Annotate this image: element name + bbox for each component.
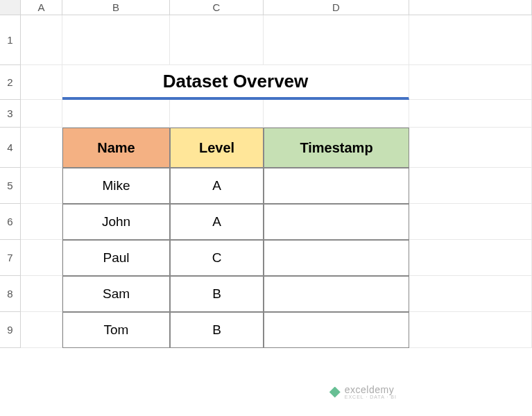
- cell-E4[interactable]: [409, 128, 532, 168]
- col-header-E[interactable]: [409, 0, 532, 15]
- row-header-8[interactable]: 8: [0, 276, 21, 312]
- row-header-7[interactable]: 7: [0, 240, 21, 276]
- cell-level-4[interactable]: B: [170, 312, 264, 348]
- header-name[interactable]: Name: [62, 128, 170, 168]
- cell-A4[interactable]: [21, 128, 62, 168]
- cell-D1[interactable]: [264, 15, 409, 65]
- cell-timestamp-1[interactable]: [264, 204, 409, 240]
- cell-A8[interactable]: [21, 276, 62, 312]
- cell-E2[interactable]: [409, 65, 532, 100]
- cell-E6[interactable]: [409, 204, 532, 240]
- cell-A1[interactable]: [21, 15, 62, 65]
- row-6: 6 John A: [0, 204, 532, 240]
- row-9: 9 Tom B: [0, 312, 532, 348]
- cell-timestamp-0[interactable]: [264, 168, 409, 204]
- cell-B3[interactable]: [62, 100, 170, 128]
- row-header-2[interactable]: 2: [0, 65, 21, 100]
- row-3: 3: [0, 100, 532, 128]
- cell-B1[interactable]: [62, 15, 170, 65]
- cell-A3[interactable]: [21, 100, 62, 128]
- cell-name-4[interactable]: Tom: [62, 312, 170, 348]
- cell-level-1[interactable]: A: [170, 204, 264, 240]
- cell-level-0[interactable]: A: [170, 168, 264, 204]
- cell-A7[interactable]: [21, 240, 62, 276]
- cell-E9[interactable]: [409, 312, 532, 348]
- row-header-9[interactable]: 9: [0, 312, 21, 348]
- cell-timestamp-4[interactable]: [264, 312, 409, 348]
- cell-D3[interactable]: [264, 100, 409, 128]
- cell-E5[interactable]: [409, 168, 532, 204]
- row-8: 8 Sam B: [0, 276, 532, 312]
- row-5: 5 Mike A: [0, 168, 532, 204]
- row-1: 1: [0, 15, 532, 65]
- cell-timestamp-3[interactable]: [264, 276, 409, 312]
- diamond-icon: [329, 387, 341, 398]
- spreadsheet-grid: A B C D 1 2 Dataset Overvew 3 4 Name Lev…: [0, 0, 532, 416]
- cell-name-1[interactable]: John: [62, 204, 170, 240]
- col-header-A[interactable]: A: [21, 0, 62, 15]
- row-header-4[interactable]: 4: [0, 128, 21, 168]
- cell-name-3[interactable]: Sam: [62, 276, 170, 312]
- row-header-1[interactable]: 1: [0, 15, 21, 65]
- cell-C1[interactable]: [170, 15, 264, 65]
- cell-C3[interactable]: [170, 100, 264, 128]
- row-2: 2 Dataset Overvew: [0, 65, 532, 100]
- row-header-5[interactable]: 5: [0, 168, 21, 204]
- header-timestamp[interactable]: Timestamp: [264, 128, 409, 168]
- watermark-text: exceldemy EXCEL · DATA · BI: [345, 385, 397, 399]
- cell-E8[interactable]: [409, 276, 532, 312]
- cell-level-2[interactable]: C: [170, 240, 264, 276]
- column-header-row: A B C D: [0, 0, 532, 15]
- title-cell[interactable]: Dataset Overvew: [62, 65, 409, 100]
- cell-A2[interactable]: [21, 65, 62, 100]
- cell-E1[interactable]: [409, 15, 532, 65]
- select-all-corner[interactable]: [0, 0, 21, 15]
- cell-E3[interactable]: [409, 100, 532, 128]
- col-header-D[interactable]: D: [264, 0, 409, 15]
- row-7: 7 Paul C: [0, 240, 532, 276]
- col-header-C[interactable]: C: [170, 0, 264, 15]
- row-header-6[interactable]: 6: [0, 204, 21, 240]
- header-level[interactable]: Level: [170, 128, 264, 168]
- cell-A9[interactable]: [21, 312, 62, 348]
- cell-name-2[interactable]: Paul: [62, 240, 170, 276]
- cell-name-0[interactable]: Mike: [62, 168, 170, 204]
- cell-A6[interactable]: [21, 204, 62, 240]
- watermark-brand: exceldemy: [345, 385, 397, 395]
- cell-timestamp-2[interactable]: [264, 240, 409, 276]
- cell-E7[interactable]: [409, 240, 532, 276]
- row-header-3[interactable]: 3: [0, 100, 21, 128]
- cell-level-3[interactable]: B: [170, 276, 264, 312]
- cell-A5[interactable]: [21, 168, 62, 204]
- watermark: exceldemy EXCEL · DATA · BI: [329, 385, 397, 399]
- row-4: 4 Name Level Timestamp: [0, 128, 532, 168]
- watermark-tagline: EXCEL · DATA · BI: [345, 395, 397, 399]
- col-header-B[interactable]: B: [62, 0, 170, 15]
